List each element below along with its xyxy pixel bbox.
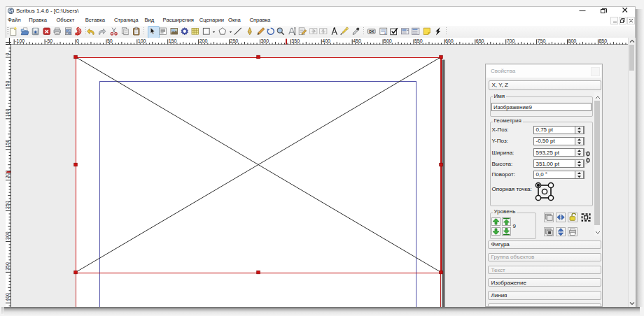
svg-text:50: 50: [6, 81, 10, 87]
svg-text:250: 250: [230, 38, 239, 43]
svg-text:850: 850: [598, 38, 607, 43]
svg-text:400: 400: [6, 293, 10, 301]
svg-text:200: 200: [200, 38, 208, 43]
svg-text:50: 50: [107, 38, 113, 43]
svg-text:-50: -50: [46, 38, 52, 43]
svg-text:350: 350: [6, 262, 10, 271]
svg-text:250: 250: [6, 201, 10, 209]
svg-text:150: 150: [169, 38, 177, 43]
svg-text:300: 300: [260, 38, 269, 43]
svg-text:-100: -100: [15, 38, 24, 43]
svg-text:OK: OK: [369, 30, 374, 34]
svg-text:100: 100: [138, 38, 146, 43]
svg-text:800: 800: [568, 38, 577, 43]
svg-text:650: 650: [476, 38, 484, 43]
svg-text:500: 500: [384, 38, 392, 43]
svg-text:550: 550: [414, 38, 423, 43]
svg-text:150: 150: [6, 139, 10, 148]
svg-text:600: 600: [445, 38, 454, 43]
svg-text:0: 0: [76, 38, 79, 43]
svg-text:0: 0: [6, 53, 10, 56]
svg-text:450: 450: [353, 38, 361, 43]
svg-text:400: 400: [322, 38, 330, 43]
svg-text:1: 1: [384, 31, 386, 36]
svg-text:350: 350: [291, 38, 300, 43]
svg-text:100: 100: [6, 109, 10, 117]
svg-text:700: 700: [507, 38, 515, 43]
svg-text:750: 750: [538, 38, 546, 43]
svg-text:300: 300: [6, 231, 10, 240]
